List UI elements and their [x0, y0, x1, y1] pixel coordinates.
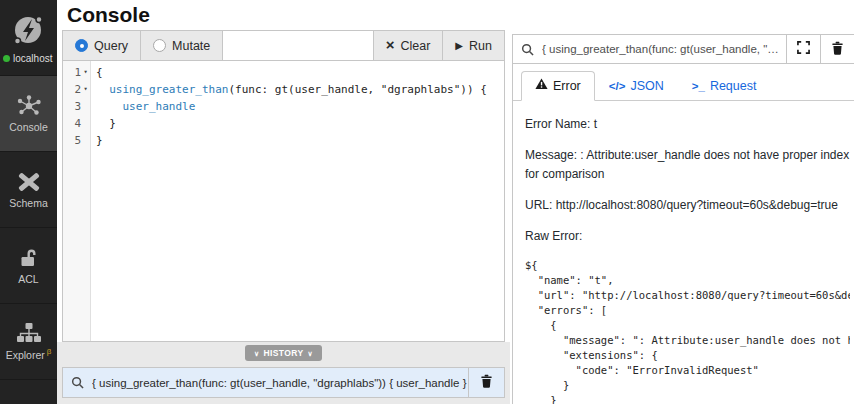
page-title: Console — [67, 2, 854, 27]
main-area: Console Query Mutate — [57, 0, 854, 404]
result-query-text: { using_greater_than(func: gt(user_handl… — [542, 43, 780, 55]
code-line: } — [96, 115, 504, 132]
line-number: 4 — [74, 115, 81, 132]
sidebar-item-label: Schema — [9, 197, 48, 209]
code-line: { — [96, 64, 504, 81]
result-delete-button[interactable] — [820, 35, 854, 63]
content: Query Mutate × Clear ▶ R — [57, 30, 854, 404]
fullscreen-icon — [797, 41, 810, 57]
sidebar-item-label: Console — [9, 121, 48, 133]
query-editor[interactable]: 1▾2▾345 { using_greater_than(func: gt(us… — [62, 61, 505, 342]
line-number: 5 — [74, 132, 81, 149]
app: localhost ConsoleSchemaACLExplorerβ Cons… — [0, 0, 854, 404]
mutate-radio-label: Mutate — [172, 39, 210, 53]
chevron-down-icon: ∨ — [308, 350, 314, 357]
query-radio-icon — [75, 39, 88, 52]
tab-json[interactable]: </>JSON — [595, 72, 678, 101]
fullscreen-button[interactable] — [786, 35, 820, 63]
error-url-line: URL: http://localhost:8080/query?timeout… — [525, 196, 850, 215]
history-section: ∨ HISTORY ∨ { using_greater_than(func: g… — [57, 342, 510, 404]
history-item[interactable]: { using_greater_than(func: gt(user_handl… — [62, 367, 505, 398]
tab-request[interactable]: >_Request — [678, 72, 771, 101]
graph-icon — [16, 94, 42, 118]
search-icon — [71, 376, 84, 389]
chevron-down-icon: ∨ — [254, 350, 260, 357]
code-line: } — [96, 132, 504, 149]
mutate-radio-icon — [153, 39, 166, 52]
connection-status-dot — [3, 55, 10, 62]
sidebar-item-explorer[interactable]: Explorerβ — [0, 304, 57, 380]
editor-gutter: 1▾2▾345 — [63, 61, 91, 341]
raw-error-code: ${ "name": "t", "url": "http://localhost… — [525, 258, 850, 404]
tab-label: JSON — [630, 79, 663, 93]
history-toggle[interactable]: ∨ HISTORY ∨ — [245, 345, 322, 361]
sidebar: localhost ConsoleSchemaACLExplorerβ — [0, 0, 57, 404]
dgraph-logo-icon — [11, 12, 47, 48]
code-line: user_handle — [96, 98, 504, 115]
clear-button[interactable]: × Clear — [373, 31, 443, 60]
sidebar-nav: ConsoleSchemaACLExplorerβ — [0, 76, 57, 380]
tab-label: Error — [553, 79, 581, 93]
error-name-line: Error Name: t — [525, 115, 850, 134]
tab-label: Request — [710, 79, 757, 93]
run-icon: ▶ — [455, 41, 463, 51]
sidebar-item-console[interactable]: Console — [0, 76, 57, 152]
query-radio-label: Query — [94, 39, 128, 53]
toolbar-spacer — [223, 31, 372, 60]
lock-icon — [17, 246, 41, 270]
history-item-query: { using_greater_than(func: gt(user_handl… — [92, 377, 468, 389]
fold-icon[interactable]: ▾ — [81, 81, 90, 98]
tools-icon — [16, 170, 42, 194]
line-number: 1 — [74, 64, 81, 81]
editor-code[interactable]: { using_greater_than(func: gt(user_handl… — [91, 61, 504, 341]
raw-error-label: Raw Error: — [525, 227, 850, 246]
connection-label: localhost — [13, 53, 52, 64]
code-line: using_greater_than(func: gt(user_handle,… — [96, 81, 504, 98]
result-panel: { using_greater_than(func: gt(user_handl… — [512, 34, 854, 404]
sidebar-item-label: ACL — [18, 273, 38, 285]
sitemap-icon — [16, 322, 42, 344]
sidebar-connection[interactable]: localhost — [0, 0, 57, 76]
terminal-icon: >_ — [692, 79, 705, 93]
trash-icon — [480, 374, 493, 391]
query-panel: Query Mutate × Clear ▶ R — [57, 30, 510, 404]
fold-icon[interactable]: ▾ — [81, 64, 90, 81]
code-icon: </> — [609, 79, 626, 93]
run-button[interactable]: ▶ Run — [442, 31, 504, 60]
tab-error[interactable]: Error — [521, 71, 595, 101]
beta-badge: β — [47, 347, 52, 356]
query-toolbar: Query Mutate × Clear ▶ R — [62, 30, 505, 61]
clear-icon: × — [386, 37, 395, 52]
error-details: Error Name: t Message: : Attribute:user_… — [513, 101, 854, 404]
trash-icon — [831, 41, 844, 58]
result-tabs: Error</>JSON>_Request — [513, 64, 854, 101]
mutate-radio[interactable]: Mutate — [141, 31, 223, 60]
line-number: 2 — [74, 81, 81, 98]
warning-icon — [535, 78, 548, 93]
sidebar-item-label: Explorerβ — [6, 347, 52, 361]
result-query-bar[interactable]: { using_greater_than(func: gt(user_handl… — [513, 35, 854, 64]
history-delete-button[interactable] — [468, 368, 504, 397]
search-icon — [521, 43, 534, 56]
line-number: 3 — [74, 98, 81, 115]
sidebar-item-acl[interactable]: ACL — [0, 228, 57, 304]
error-message-line: Message: : Attribute:user_handle does no… — [525, 146, 850, 184]
sidebar-item-schema[interactable]: Schema — [0, 152, 57, 228]
query-radio[interactable]: Query — [63, 31, 141, 60]
